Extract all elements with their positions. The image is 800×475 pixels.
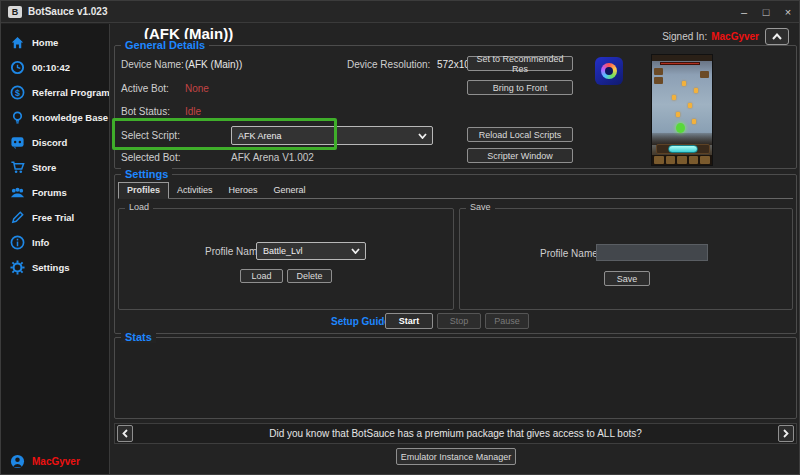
set-recommended-res-button[interactable]: Set to Recommended Res — [467, 56, 573, 71]
dollar-icon: $ — [10, 85, 25, 100]
news-ticker: Did you know that BotSauce has a premium… — [114, 423, 797, 444]
minimize-button[interactable]: – — [733, 1, 755, 22]
sidebar-item-knowledge-base[interactable]: Knowledge Base — [1, 105, 109, 130]
load-group-label: Load — [125, 202, 153, 212]
load-profile-name-label: Profile Name — [205, 246, 263, 257]
info-icon — [10, 235, 25, 250]
sidebar-item-timer[interactable]: 00:10:42 — [1, 55, 109, 80]
clock-icon — [10, 60, 25, 75]
sidebar-label: Referral Program — [32, 87, 110, 98]
general-details-group: General Details Device Name: (AFK (Main)… — [114, 45, 797, 169]
pencil-icon — [10, 210, 25, 225]
chevron-up-icon — [772, 33, 782, 40]
app-logo-icon: B — [8, 6, 22, 18]
game-screenshot-thumbnail — [651, 54, 713, 166]
active-bot-label: Active Bot: — [121, 83, 169, 94]
section-title: Stats — [121, 331, 156, 343]
start-button[interactable]: Start — [385, 313, 433, 329]
title-bar: B BotSauce v1.023 – □ × — [1, 1, 799, 23]
ticker-prev-button[interactable] — [117, 425, 133, 442]
select-script-dropdown[interactable]: AFK Arena — [231, 126, 433, 145]
lightbulb-icon — [10, 110, 25, 125]
tab-activities[interactable]: Activities — [169, 183, 221, 198]
ticker-text: Did you know that BotSauce has a premium… — [115, 428, 796, 439]
load-profile-value: Battle_Lvl — [263, 246, 303, 256]
cart-icon — [10, 160, 25, 175]
sidebar-item-forums[interactable]: Forums — [1, 180, 109, 205]
chevron-down-icon — [418, 133, 427, 139]
tab-profiles[interactable]: Profiles — [118, 182, 169, 199]
close-button[interactable]: × — [777, 1, 799, 22]
pause-button[interactable]: Pause — [485, 313, 529, 329]
bot-status-value: Idle — [185, 106, 201, 117]
discord-icon — [10, 135, 25, 150]
setup-guide-link[interactable]: Setup Guide — [331, 316, 390, 327]
sidebar-label: Forums — [32, 187, 67, 198]
load-profile-dropdown[interactable]: Battle_Lvl — [256, 242, 366, 260]
sidebar-label: Free Trial — [32, 212, 74, 223]
emulator-instance-manager-button[interactable]: Emulator Instance Manager — [396, 448, 516, 465]
bring-to-front-button[interactable]: Bring to Front — [467, 80, 573, 95]
save-button[interactable]: Save — [604, 271, 650, 286]
section-title: Settings — [121, 168, 172, 180]
save-group-label: Save — [466, 202, 495, 212]
save-profile-name-label: Profile Name — [540, 248, 598, 259]
sidebar-label: 00:10:42 — [32, 62, 70, 73]
device-name-value: (AFK (Main)) — [185, 59, 242, 70]
app-window: B BotSauce v1.023 – □ × Home 00:10:42 $ … — [0, 0, 800, 475]
sidebar-item-store[interactable]: Store — [1, 155, 109, 180]
sidebar-label: Info — [32, 237, 49, 248]
active-bot-value: None — [185, 83, 209, 94]
load-button[interactable]: Load — [240, 269, 283, 283]
select-script-label: Select Script: — [121, 130, 180, 141]
main-panel: (AFK (Main)) Signed In:MacGyver General … — [109, 24, 800, 475]
section-title: General Details — [121, 39, 209, 51]
people-icon — [10, 185, 25, 200]
load-group: Load Profile Name Battle_Lvl Load Delete — [118, 208, 454, 310]
user-avatar-icon — [10, 454, 25, 469]
scripter-window-button[interactable]: Scripter Window — [467, 148, 573, 163]
settings-group: Settings Profiles Activities Heroes Gene… — [114, 174, 797, 334]
gear-icon — [10, 260, 25, 275]
sidebar-item-discord[interactable]: Discord — [1, 130, 109, 155]
sidebar-label: Store — [32, 162, 56, 173]
chevron-down-icon — [351, 248, 360, 254]
tab-general[interactable]: General — [266, 183, 314, 198]
window-title: BotSauce v1.023 — [28, 6, 108, 17]
tab-heroes[interactable]: Heroes — [221, 183, 266, 198]
collapse-panel-button[interactable] — [765, 28, 789, 45]
bot-status-label: Bot Status: — [121, 106, 170, 117]
maximize-button[interactable]: □ — [755, 1, 777, 22]
selected-bot-value: AFK Arena V1.002 — [231, 152, 314, 163]
afk-arena-app-icon — [595, 57, 623, 85]
reload-local-scripts-button[interactable]: Reload Local Scripts — [467, 127, 573, 142]
selected-bot-label: Selected Bot: — [121, 152, 180, 163]
signed-in-status: Signed In:MacGyver — [662, 31, 759, 42]
sidebar-item-home[interactable]: Home — [1, 30, 109, 55]
sidebar: Home 00:10:42 $ Referral Program Knowled… — [1, 24, 109, 475]
sidebar-item-info[interactable]: Info — [1, 230, 109, 255]
sidebar-item-free-trial[interactable]: Free Trial — [1, 205, 109, 230]
delete-button[interactable]: Delete — [287, 269, 332, 283]
sidebar-label: Settings — [32, 262, 69, 273]
settings-tabs: Profiles Activities Heroes General — [118, 183, 793, 199]
signed-in-username: MacGyver — [711, 31, 759, 42]
save-group: Save Profile Name Save — [459, 208, 793, 310]
stop-button[interactable]: Stop — [437, 313, 481, 329]
select-script-value: AFK Arena — [238, 131, 282, 141]
chevron-left-icon — [122, 429, 128, 438]
stats-group: Stats — [114, 337, 797, 419]
sidebar-user[interactable]: MacGyver — [10, 454, 80, 469]
ticker-next-button[interactable] — [778, 425, 794, 442]
home-icon — [10, 35, 25, 50]
save-profile-name-input[interactable] — [596, 244, 708, 261]
sidebar-label: Discord — [32, 137, 67, 148]
sidebar-label: Home — [32, 37, 58, 48]
sidebar-username: MacGyver — [32, 456, 80, 467]
chevron-right-icon — [783, 429, 789, 438]
sidebar-label: Knowledge Base — [32, 112, 108, 123]
device-resolution-label: Device Resolution: — [347, 59, 430, 70]
sidebar-item-referral-program[interactable]: $ Referral Program — [1, 80, 109, 105]
device-name-label: Device Name: — [121, 59, 184, 70]
sidebar-item-settings[interactable]: Settings — [1, 255, 109, 280]
